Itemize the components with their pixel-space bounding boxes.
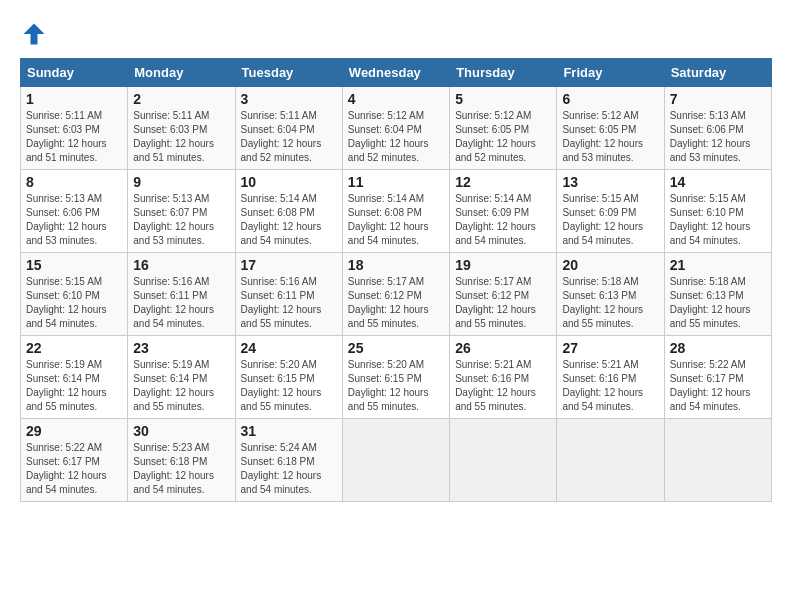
day-info: Sunrise: 5:21 AMSunset: 6:16 PMDaylight:… [562,359,643,412]
day-number: 30 [133,423,229,439]
day-cell-3: 3 Sunrise: 5:11 AMSunset: 6:04 PMDayligh… [235,87,342,170]
day-info: Sunrise: 5:11 AMSunset: 6:03 PMDaylight:… [26,110,107,163]
day-info: Sunrise: 5:12 AMSunset: 6:05 PMDaylight:… [562,110,643,163]
day-cell-8: 8 Sunrise: 5:13 AMSunset: 6:06 PMDayligh… [21,170,128,253]
day-cell-2: 2 Sunrise: 5:11 AMSunset: 6:03 PMDayligh… [128,87,235,170]
day-info: Sunrise: 5:22 AMSunset: 6:17 PMDaylight:… [670,359,751,412]
day-info: Sunrise: 5:13 AMSunset: 6:06 PMDaylight:… [26,193,107,246]
day-number: 12 [455,174,551,190]
day-cell-18: 18 Sunrise: 5:17 AMSunset: 6:12 PMDaylig… [342,253,449,336]
empty-cell [450,419,557,502]
day-number: 28 [670,340,766,356]
svg-marker-0 [24,24,45,45]
day-info: Sunrise: 5:15 AMSunset: 6:09 PMDaylight:… [562,193,643,246]
day-number: 23 [133,340,229,356]
day-number: 17 [241,257,337,273]
empty-cell [342,419,449,502]
day-number: 29 [26,423,122,439]
calendar-header: SundayMondayTuesdayWednesdayThursdayFrid… [21,59,772,87]
day-cell-17: 17 Sunrise: 5:16 AMSunset: 6:11 PMDaylig… [235,253,342,336]
day-info: Sunrise: 5:23 AMSunset: 6:18 PMDaylight:… [133,442,214,495]
day-number: 27 [562,340,658,356]
day-cell-24: 24 Sunrise: 5:20 AMSunset: 6:15 PMDaylig… [235,336,342,419]
empty-cell [557,419,664,502]
week-row-1: 1 Sunrise: 5:11 AMSunset: 6:03 PMDayligh… [21,87,772,170]
day-cell-23: 23 Sunrise: 5:19 AMSunset: 6:14 PMDaylig… [128,336,235,419]
day-info: Sunrise: 5:22 AMSunset: 6:17 PMDaylight:… [26,442,107,495]
day-number: 31 [241,423,337,439]
logo-icon [20,20,48,48]
calendar-table: SundayMondayTuesdayWednesdayThursdayFrid… [20,58,772,502]
day-number: 26 [455,340,551,356]
day-cell-12: 12 Sunrise: 5:14 AMSunset: 6:09 PMDaylig… [450,170,557,253]
day-number: 13 [562,174,658,190]
column-header-thursday: Thursday [450,59,557,87]
day-info: Sunrise: 5:14 AMSunset: 6:09 PMDaylight:… [455,193,536,246]
day-info: Sunrise: 5:13 AMSunset: 6:06 PMDaylight:… [670,110,751,163]
day-info: Sunrise: 5:18 AMSunset: 6:13 PMDaylight:… [670,276,751,329]
day-number: 7 [670,91,766,107]
day-info: Sunrise: 5:12 AMSunset: 6:05 PMDaylight:… [455,110,536,163]
day-number: 1 [26,91,122,107]
day-info: Sunrise: 5:20 AMSunset: 6:15 PMDaylight:… [241,359,322,412]
day-info: Sunrise: 5:17 AMSunset: 6:12 PMDaylight:… [348,276,429,329]
day-number: 21 [670,257,766,273]
day-info: Sunrise: 5:16 AMSunset: 6:11 PMDaylight:… [241,276,322,329]
day-number: 6 [562,91,658,107]
day-cell-21: 21 Sunrise: 5:18 AMSunset: 6:13 PMDaylig… [664,253,771,336]
day-info: Sunrise: 5:11 AMSunset: 6:03 PMDaylight:… [133,110,214,163]
day-cell-25: 25 Sunrise: 5:20 AMSunset: 6:15 PMDaylig… [342,336,449,419]
week-row-5: 29 Sunrise: 5:22 AMSunset: 6:17 PMDaylig… [21,419,772,502]
day-number: 4 [348,91,444,107]
day-number: 10 [241,174,337,190]
day-cell-26: 26 Sunrise: 5:21 AMSunset: 6:16 PMDaylig… [450,336,557,419]
day-number: 2 [133,91,229,107]
column-header-friday: Friday [557,59,664,87]
day-number: 20 [562,257,658,273]
day-number: 24 [241,340,337,356]
column-header-saturday: Saturday [664,59,771,87]
day-cell-27: 27 Sunrise: 5:21 AMSunset: 6:16 PMDaylig… [557,336,664,419]
column-header-wednesday: Wednesday [342,59,449,87]
day-number: 25 [348,340,444,356]
day-info: Sunrise: 5:18 AMSunset: 6:13 PMDaylight:… [562,276,643,329]
day-number: 22 [26,340,122,356]
day-cell-13: 13 Sunrise: 5:15 AMSunset: 6:09 PMDaylig… [557,170,664,253]
day-cell-6: 6 Sunrise: 5:12 AMSunset: 6:05 PMDayligh… [557,87,664,170]
day-cell-9: 9 Sunrise: 5:13 AMSunset: 6:07 PMDayligh… [128,170,235,253]
day-info: Sunrise: 5:11 AMSunset: 6:04 PMDaylight:… [241,110,322,163]
day-info: Sunrise: 5:17 AMSunset: 6:12 PMDaylight:… [455,276,536,329]
day-info: Sunrise: 5:15 AMSunset: 6:10 PMDaylight:… [26,276,107,329]
week-row-3: 15 Sunrise: 5:15 AMSunset: 6:10 PMDaylig… [21,253,772,336]
day-info: Sunrise: 5:19 AMSunset: 6:14 PMDaylight:… [133,359,214,412]
day-number: 14 [670,174,766,190]
day-info: Sunrise: 5:24 AMSunset: 6:18 PMDaylight:… [241,442,322,495]
day-number: 15 [26,257,122,273]
day-cell-1: 1 Sunrise: 5:11 AMSunset: 6:03 PMDayligh… [21,87,128,170]
day-cell-22: 22 Sunrise: 5:19 AMSunset: 6:14 PMDaylig… [21,336,128,419]
day-cell-11: 11 Sunrise: 5:14 AMSunset: 6:08 PMDaylig… [342,170,449,253]
day-info: Sunrise: 5:15 AMSunset: 6:10 PMDaylight:… [670,193,751,246]
day-number: 11 [348,174,444,190]
logo [20,20,52,48]
day-cell-28: 28 Sunrise: 5:22 AMSunset: 6:17 PMDaylig… [664,336,771,419]
day-cell-15: 15 Sunrise: 5:15 AMSunset: 6:10 PMDaylig… [21,253,128,336]
header [20,20,772,48]
day-info: Sunrise: 5:20 AMSunset: 6:15 PMDaylight:… [348,359,429,412]
day-info: Sunrise: 5:14 AMSunset: 6:08 PMDaylight:… [241,193,322,246]
day-number: 5 [455,91,551,107]
day-cell-29: 29 Sunrise: 5:22 AMSunset: 6:17 PMDaylig… [21,419,128,502]
day-cell-16: 16 Sunrise: 5:16 AMSunset: 6:11 PMDaylig… [128,253,235,336]
day-cell-7: 7 Sunrise: 5:13 AMSunset: 6:06 PMDayligh… [664,87,771,170]
day-cell-30: 30 Sunrise: 5:23 AMSunset: 6:18 PMDaylig… [128,419,235,502]
day-cell-19: 19 Sunrise: 5:17 AMSunset: 6:12 PMDaylig… [450,253,557,336]
day-cell-10: 10 Sunrise: 5:14 AMSunset: 6:08 PMDaylig… [235,170,342,253]
day-cell-5: 5 Sunrise: 5:12 AMSunset: 6:05 PMDayligh… [450,87,557,170]
day-number: 16 [133,257,229,273]
day-number: 18 [348,257,444,273]
day-number: 9 [133,174,229,190]
day-number: 3 [241,91,337,107]
column-header-tuesday: Tuesday [235,59,342,87]
day-cell-14: 14 Sunrise: 5:15 AMSunset: 6:10 PMDaylig… [664,170,771,253]
week-row-2: 8 Sunrise: 5:13 AMSunset: 6:06 PMDayligh… [21,170,772,253]
